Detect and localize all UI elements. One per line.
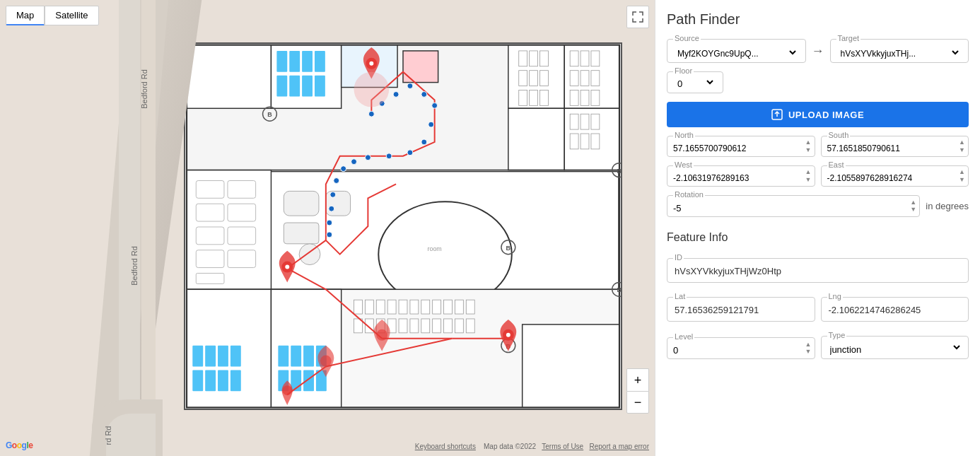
svg-rect-29 [570, 71, 578, 86]
tab-map[interactable]: Map [6, 6, 45, 25]
level-up[interactable]: ▲ [804, 341, 813, 349]
svg-point-141 [320, 356, 332, 367]
south-up[interactable]: ▲ [957, 139, 967, 146]
svg-rect-55 [196, 273, 224, 283]
level-spinners: ▲ ▼ [804, 341, 813, 356]
east-down[interactable]: ▼ [957, 176, 967, 184]
svg-point-119 [368, 111, 374, 117]
south-field[interactable]: South ▲ ▼ [821, 136, 969, 157]
target-select[interactable]: hVsXYVkkyjuxTHj... [838, 45, 962, 59]
street-bedford-rd-top: Bedford Rd [140, 69, 148, 109]
west-input[interactable] [673, 169, 795, 183]
type-field[interactable]: Type junction room corridor door stairs … [821, 336, 969, 359]
coord-row-we: West ▲ ▼ East ▲ ▼ [667, 165, 969, 187]
svg-rect-99 [444, 319, 453, 333]
svg-rect-95 [399, 319, 407, 333]
svg-rect-51 [196, 227, 224, 245]
level-input[interactable] [673, 341, 795, 356]
rotation-spinners: ▲ ▼ [909, 199, 918, 214]
rotation-up[interactable]: ▲ [909, 199, 918, 206]
rotation-field[interactable]: Rotation ▲ ▼ [667, 195, 920, 217]
svg-rect-7 [302, 51, 313, 72]
svg-rect-26 [570, 51, 578, 66]
rotation-down[interactable]: ▼ [909, 206, 918, 214]
svg-point-122 [407, 83, 413, 89]
level-down[interactable]: ▼ [804, 349, 813, 356]
right-panel: Path Finder Source Myf2KOYGnc9UpQ... → T… [655, 0, 980, 456]
type-select[interactable]: junction room corridor door stairs eleva… [827, 339, 963, 356]
svg-rect-86 [421, 300, 430, 314]
west-down[interactable]: ▼ [804, 176, 813, 184]
west-field[interactable]: West ▲ ▼ [667, 165, 815, 187]
svg-rect-101 [466, 319, 474, 333]
map-tabs: Map Satellite [6, 6, 99, 25]
svg-rect-31 [591, 71, 600, 86]
map-container[interactable]: Map Satellite Bedford Rd Bedford Rd rd R… [0, 0, 655, 456]
fullscreen-button[interactable] [626, 6, 649, 28]
svg-rect-89 [455, 300, 463, 314]
north-field[interactable]: North ▲ ▼ [667, 136, 815, 157]
source-field[interactable]: Source Myf2KOYGnc9UpQ... [667, 39, 806, 63]
svg-point-129 [365, 155, 371, 160]
north-up[interactable]: ▲ [804, 139, 813, 146]
svg-rect-34 [591, 90, 600, 105]
east-up[interactable]: ▲ [957, 168, 967, 176]
rotation-row: Rotation ▲ ▼ in degrees [667, 195, 969, 217]
svg-rect-85 [410, 300, 419, 314]
svg-rect-6 [289, 51, 300, 72]
svg-point-124 [432, 103, 438, 108]
svg-rect-80 [354, 300, 363, 314]
north-down[interactable]: ▼ [804, 146, 813, 154]
svg-rect-70 [218, 370, 228, 391]
lat-value: 57.16536259121791 [675, 300, 807, 315]
south-input[interactable] [827, 139, 949, 153]
svg-rect-15 [508, 108, 564, 170]
id-label: ID [673, 253, 684, 262]
level-field[interactable]: Level ▲ ▼ [667, 337, 815, 359]
floor-plan[interactable]: room [184, 42, 622, 417]
arrow-icon: → [812, 44, 824, 59]
east-field[interactable]: East ▲ ▼ [821, 165, 969, 187]
source-select[interactable]: Myf2KOYGnc9UpQ... [675, 45, 798, 59]
zoom-out-button[interactable]: − [626, 391, 649, 414]
svg-rect-52 [228, 227, 256, 245]
svg-point-126 [421, 139, 427, 145]
west-label: West [673, 160, 694, 169]
lat-label: Lat [673, 292, 687, 300]
svg-rect-28 [591, 51, 600, 66]
floor-field[interactable]: Floor 0 1 2 [667, 71, 723, 93]
zoom-in-button[interactable]: + [626, 368, 649, 391]
svg-rect-17 [519, 51, 527, 66]
source-label: Source [673, 34, 701, 42]
svg-rect-50 [228, 204, 256, 221]
svg-rect-40 [591, 134, 600, 149]
svg-rect-47 [196, 181, 224, 199]
lng-label: Lng [827, 292, 843, 300]
floor-select[interactable]: 0 1 2 [675, 75, 716, 90]
svg-rect-33 [581, 90, 589, 105]
lat-field: Lat 57.16536259121791 [667, 297, 815, 322]
svg-rect-82 [376, 300, 385, 314]
upload-image-button[interactable]: UPLOAD IMAGE [667, 102, 969, 127]
east-input[interactable] [827, 169, 949, 183]
south-label: South [827, 131, 851, 139]
tab-satellite[interactable]: Satellite [45, 6, 98, 25]
south-down[interactable]: ▼ [957, 146, 967, 154]
svg-rect-74 [303, 346, 314, 367]
svg-rect-84 [399, 300, 407, 314]
north-input[interactable] [673, 139, 795, 153]
target-label: Target [836, 34, 861, 42]
svg-rect-88 [444, 300, 453, 314]
panel-title: Path Finder [667, 11, 969, 28]
svg-rect-66 [218, 346, 228, 367]
svg-rect-98 [433, 319, 441, 333]
rotation-label: Rotation [673, 190, 705, 199]
coord-row-ns: North ▲ ▼ South ▲ ▼ [667, 136, 969, 157]
svg-rect-18 [530, 51, 538, 66]
west-up[interactable]: ▲ [804, 168, 813, 176]
svg-rect-72 [278, 346, 288, 367]
in-degrees-label: in degrees [926, 201, 969, 211]
target-field[interactable]: Target hVsXYVkkyjuxTHj... [830, 39, 969, 63]
rotation-input[interactable] [673, 199, 899, 214]
svg-rect-58 [284, 223, 319, 244]
